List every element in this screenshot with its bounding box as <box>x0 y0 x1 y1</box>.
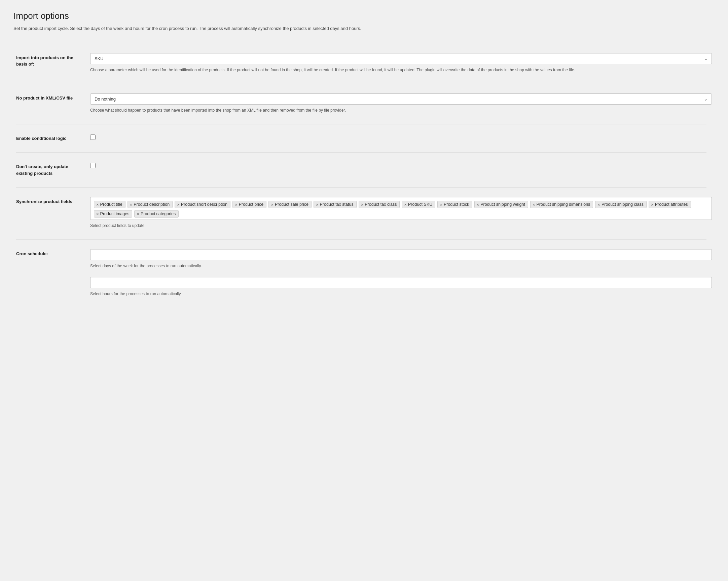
tag-product-images[interactable]: ×Product images <box>94 210 132 218</box>
conditional-logic-row: Enable conditional logic <box>14 129 714 146</box>
no-product-select-wrapper: Do nothing Delete product Draft product … <box>90 93 712 105</box>
import-basis-label: Import into products on the basis of: <box>14 49 87 78</box>
conditional-logic-label: Enable conditional logic <box>14 129 87 146</box>
cron-hours-help: Select hours for the processes to run au… <box>90 291 712 297</box>
tag-remove-icon: × <box>477 202 479 207</box>
conditional-logic-checkbox[interactable] <box>90 135 96 140</box>
tag-remove-icon: × <box>532 202 535 207</box>
tag-remove-icon: × <box>597 202 600 207</box>
no-product-select[interactable]: Do nothing Delete product Draft product <box>90 93 712 105</box>
settings-table: Import into products on the basis of: SK… <box>14 49 714 302</box>
no-product-field: Do nothing Delete product Draft product … <box>87 89 714 118</box>
sync-fields-tags-container[interactable]: ×Product title×Product description×Produ… <box>90 197 712 220</box>
import-basis-help: Choose a parameter which will be used fo… <box>90 67 712 73</box>
sync-fields-row: Synchronize product fields: ×Product tit… <box>14 192 714 233</box>
page-description: Set the product import cycle. Select the… <box>14 25 714 32</box>
tag-product-sku[interactable]: ×Product SKU <box>402 201 435 208</box>
row-separator <box>16 152 706 153</box>
tag-remove-icon: × <box>651 202 654 207</box>
tag-remove-icon: × <box>130 202 133 207</box>
tag-remove-icon: × <box>136 212 139 216</box>
no-product-label: No product in XML/CSV file <box>14 89 87 118</box>
import-basis-row: Import into products on the basis of: SK… <box>14 49 714 78</box>
cron-hours-input[interactable] <box>90 277 712 288</box>
tag-product-stock[interactable]: ×Product stock <box>437 201 472 208</box>
import-basis-field: SKU ID Slug ⌄ Choose a parameter which w… <box>87 49 714 78</box>
tag-remove-icon: × <box>235 202 237 207</box>
cron-schedule-field: Select days of the week for the processe… <box>87 244 714 302</box>
tag-product-tax-status[interactable]: ×Product tax status <box>314 201 357 208</box>
tag-remove-icon: × <box>361 202 364 207</box>
cron-days-help: Select days of the week for the processe… <box>90 263 712 269</box>
row-separator <box>16 124 706 124</box>
tag-remove-icon: × <box>96 212 99 216</box>
tag-remove-icon: × <box>96 202 99 207</box>
row-separator <box>16 187 706 188</box>
sync-fields-help: Select product fields to update. <box>90 223 712 229</box>
tag-remove-icon: × <box>440 202 442 207</box>
row-separator <box>16 240 706 240</box>
row-separator <box>16 84 706 84</box>
tag-product-sale-price[interactable]: ×Product sale price <box>268 201 312 208</box>
only-update-checkbox[interactable] <box>90 163 96 168</box>
tag-product-short-description[interactable]: ×Product short description <box>175 201 230 208</box>
tag-product-shipping-class[interactable]: ×Product shipping class <box>595 201 647 208</box>
tag-product-shipping-weight[interactable]: ×Product shipping weight <box>474 201 528 208</box>
cron-days-input[interactable] <box>90 249 712 260</box>
tag-product-tax-class[interactable]: ×Product tax class <box>359 201 400 208</box>
tag-remove-icon: × <box>177 202 180 207</box>
page-title: Import options <box>14 11 714 21</box>
tag-product-attributes[interactable]: ×Product attributes <box>649 201 691 208</box>
tag-product-price[interactable]: ×Product price <box>232 201 266 208</box>
tag-remove-icon: × <box>271 202 274 207</box>
import-basis-select-wrapper: SKU ID Slug ⌄ <box>90 53 712 64</box>
tag-product-categories[interactable]: ×Product categories <box>134 210 179 218</box>
sync-fields-field: ×Product title×Product description×Produ… <box>87 192 714 233</box>
tag-remove-icon: × <box>316 202 318 207</box>
only-update-label: Don't create, only update existing produ… <box>14 157 87 181</box>
only-update-field <box>87 157 714 181</box>
divider <box>14 39 714 39</box>
tag-product-shipping-dimensions[interactable]: ×Product shipping dimensions <box>530 201 593 208</box>
only-update-row: Don't create, only update existing produ… <box>14 157 714 181</box>
tag-remove-icon: × <box>404 202 407 207</box>
sync-fields-label: Synchronize product fields: <box>14 192 87 233</box>
tag-product-description[interactable]: ×Product description <box>128 201 173 208</box>
no-product-help: Choose what should happen to products th… <box>90 107 712 113</box>
no-product-row: No product in XML/CSV file Do nothing De… <box>14 89 714 118</box>
tag-product-title[interactable]: ×Product title <box>94 201 126 208</box>
cron-schedule-row: Cron schedule: Select days of the week f… <box>14 244 714 302</box>
cron-schedule-label: Cron schedule: <box>14 244 87 302</box>
import-basis-select[interactable]: SKU ID Slug <box>90 53 712 64</box>
conditional-logic-field <box>87 129 714 146</box>
